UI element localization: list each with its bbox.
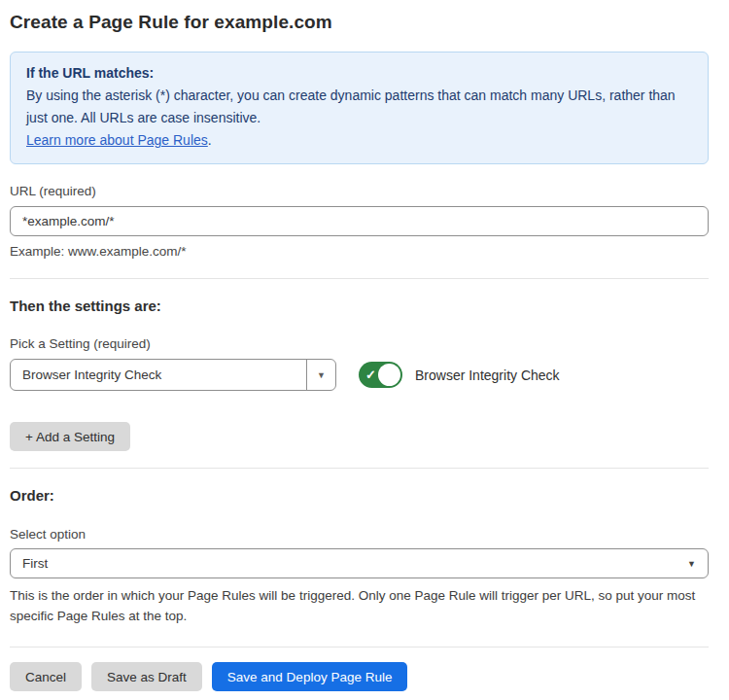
link-suffix: . (208, 132, 212, 148)
toggle-label: Browser Integrity Check (415, 368, 560, 383)
divider (10, 468, 709, 469)
add-setting-button[interactable]: + Add a Setting (10, 422, 130, 451)
save-deploy-button[interactable]: Save and Deploy Page Rule (212, 662, 408, 691)
learn-more-link[interactable]: Learn more about Page Rules (26, 132, 208, 148)
url-match-info-box: If the URL matches: By using the asteris… (10, 52, 709, 164)
toggle-knob (378, 364, 400, 386)
url-input[interactable] (10, 206, 709, 236)
setting-dropdown-arrow-button[interactable]: ▼ (306, 360, 335, 390)
order-select-value: First (22, 556, 48, 571)
url-example-text: Example: www.example.com/* (10, 242, 709, 262)
setting-dropdown-value: Browser Integrity Check (11, 360, 306, 390)
setting-toggle[interactable]: ✓ (359, 362, 402, 388)
info-box-link-line: Learn more about Page Rules. (26, 129, 692, 152)
setting-row: Browser Integrity Check ▼ ✓ Browser Inte… (10, 359, 709, 391)
save-draft-button[interactable]: Save as Draft (91, 662, 202, 691)
divider (10, 647, 709, 648)
chevron-down-icon: ▼ (317, 370, 326, 380)
select-option-label: Select option (10, 527, 709, 542)
order-helper-text: This is the order in which your Page Rul… (10, 585, 709, 626)
info-box-heading: If the URL matches: (26, 62, 692, 85)
url-label: URL (required) (10, 184, 709, 198)
page-title: Create a Page Rule for example.com (10, 12, 709, 33)
order-section-heading: Order: (10, 487, 709, 504)
cancel-button[interactable]: Cancel (10, 662, 82, 691)
setting-dropdown[interactable]: Browser Integrity Check ▼ (10, 359, 336, 391)
check-icon: ✓ (365, 368, 376, 381)
footer-actions: Cancel Save as Draft Save and Deploy Pag… (10, 662, 709, 691)
order-select[interactable]: First ▼ (10, 548, 709, 578)
pick-setting-label: Pick a Setting (required) (10, 336, 709, 351)
page-rule-form: Create a Page Rule for example.com If th… (0, 0, 729, 691)
divider (10, 278, 709, 279)
settings-section-heading: Then the settings are: (10, 298, 709, 314)
info-box-body: By using the asterisk (*) character, you… (26, 85, 692, 129)
chevron-down-icon: ▼ (687, 559, 696, 569)
